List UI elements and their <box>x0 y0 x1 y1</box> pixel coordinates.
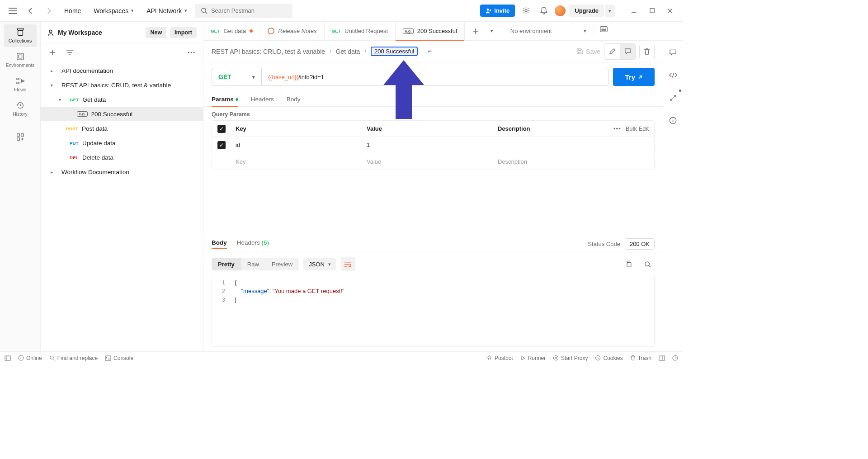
view-preview[interactable]: Preview <box>265 258 299 270</box>
import-button[interactable]: Import <box>170 27 197 38</box>
nav-collections[interactable]: Collections <box>4 24 37 47</box>
view-raw[interactable]: Raw <box>241 258 265 270</box>
param-key-input[interactable]: id <box>231 137 362 153</box>
nav-environments[interactable]: Environments <box>4 49 37 71</box>
maximize-icon[interactable] <box>645 4 659 18</box>
new-button[interactable]: New <box>146 27 166 38</box>
console-icon <box>105 355 111 361</box>
nav-configure[interactable] <box>4 129 37 145</box>
sb-postbot[interactable]: Postbot <box>486 355 513 361</box>
more-options-icon[interactable] <box>184 45 198 60</box>
nav-apinetwork[interactable]: API Network▾ <box>142 5 192 17</box>
sb-proxy[interactable]: Start Proxy <box>553 355 588 361</box>
env-quicklook-icon[interactable] <box>594 22 613 36</box>
save-button[interactable]: Save <box>576 48 600 55</box>
tab-release-notes[interactable]: Release Notes <box>260 22 324 40</box>
filter-icon[interactable] <box>62 45 77 60</box>
tree-example-200[interactable]: e.g.200 Successful <box>41 107 203 121</box>
param-value-input[interactable]: 1 <box>362 137 493 153</box>
upgrade-dropdown[interactable]: ▾ <box>605 5 615 17</box>
sb-trash[interactable]: Trash <box>630 355 651 361</box>
runner-icon <box>520 355 526 361</box>
forward-icon[interactable] <box>42 4 56 18</box>
response-tab-headers[interactable]: Headers (6) <box>237 239 269 249</box>
tree-request-update-data[interactable]: PUTUpdate data <box>41 136 203 150</box>
view-pretty[interactable]: Pretty <box>212 258 241 270</box>
notifications-icon[interactable] <box>537 4 551 18</box>
tree-request-delete-data[interactable]: DELDelete data <box>41 150 203 165</box>
subtab-body[interactable]: Body <box>287 96 301 106</box>
tab-options-icon[interactable]: ▾ <box>485 24 499 38</box>
tab-get-data[interactable]: GETGet data <box>203 22 260 40</box>
sb-runner[interactable]: Runner <box>520 355 546 361</box>
try-button[interactable]: Try <box>613 68 655 86</box>
settings-icon[interactable] <box>519 4 533 18</box>
sb-layout-icon[interactable] <box>5 355 11 361</box>
svg-rect-3 <box>650 9 654 13</box>
select-all-checkbox[interactable]: ✓ <box>217 125 226 133</box>
sb-online[interactable]: Online <box>18 355 42 361</box>
collection-icon <box>268 28 274 34</box>
tree-request-get-data[interactable]: ▾GETGet data <box>41 92 203 107</box>
grid-plus-icon <box>16 133 24 141</box>
nav-flows[interactable]: Flows <box>4 73 37 96</box>
sb-cookies[interactable]: Cookies <box>595 355 623 361</box>
create-icon[interactable] <box>45 45 60 60</box>
comment-mode-icon[interactable] <box>620 44 635 59</box>
edit-icon[interactable] <box>604 44 620 59</box>
response-body[interactable]: 1{ 2 "message": "You made a GET request!… <box>212 276 655 347</box>
format-selector[interactable]: JSON▾ <box>303 258 336 270</box>
row-options-icon[interactable]: ••• <box>613 125 621 132</box>
sb-console[interactable]: Console <box>105 355 133 361</box>
param-desc-input[interactable] <box>493 137 609 153</box>
invite-button[interactable]: Invite <box>480 5 515 17</box>
breadcrumb-root[interactable]: REST API basics: CRUD, test & variable <box>212 48 325 55</box>
copy-icon[interactable] <box>621 257 636 271</box>
search-response-icon[interactable] <box>640 257 655 271</box>
param-desc-input[interactable]: Description <box>493 153 609 170</box>
tree-folder-workflow-doc[interactable]: ▸Workflow Documentation <box>41 165 203 179</box>
close-window-icon[interactable] <box>663 4 677 18</box>
response-tab-body[interactable]: Body <box>212 239 227 249</box>
code-icon[interactable] <box>666 68 680 82</box>
back-icon[interactable] <box>24 4 38 18</box>
wrap-lines-icon[interactable] <box>341 257 355 271</box>
breadcrumb-leaf-editable[interactable]: 200 Successful <box>371 47 418 56</box>
sb-two-pane-icon[interactable] <box>659 355 665 361</box>
url-input[interactable]: {{base_url}}/info?id=1 <box>262 68 608 85</box>
sb-help-icon[interactable] <box>672 355 678 361</box>
menu-icon[interactable] <box>5 4 20 18</box>
param-value-input[interactable]: Value <box>362 153 493 170</box>
tree-folder-api-documentation[interactable]: ▸API documentation <box>41 63 203 78</box>
tree-request-post-data[interactable]: POSTPost data <box>41 121 203 136</box>
search-input[interactable]: Search Postman <box>195 4 292 18</box>
avatar[interactable] <box>555 5 566 16</box>
tab-untitled[interactable]: GETUntitled Request <box>325 22 396 40</box>
method-selector[interactable]: GET▾ <box>212 68 262 85</box>
link-icon[interactable] <box>422 44 437 59</box>
environment-selector[interactable]: No environment▾ <box>503 22 594 40</box>
delete-icon[interactable] <box>639 44 655 59</box>
tab-200-successful[interactable]: e.g.200 Successful <box>396 22 465 40</box>
upgrade-button[interactable]: Upgrade <box>569 5 604 17</box>
tree-folder-rest-basics[interactable]: ▾REST API basics: CRUD, test & variable <box>41 78 203 92</box>
nav-history[interactable]: History <box>4 98 37 120</box>
expand-icon[interactable] <box>666 90 680 105</box>
svg-rect-18 <box>627 262 631 267</box>
breadcrumb-mid[interactable]: Get data <box>336 48 360 55</box>
sb-find[interactable]: Find and replace <box>49 355 98 361</box>
minimize-icon[interactable] <box>627 4 641 18</box>
param-key-input[interactable]: Key <box>231 153 362 170</box>
comments-icon[interactable] <box>666 45 680 60</box>
subtab-headers[interactable]: Headers <box>251 96 274 106</box>
body-view-segmented: Pretty Raw Preview <box>212 258 299 270</box>
info-icon[interactable] <box>666 113 680 128</box>
nav-workspaces[interactable]: Workspaces▾ <box>89 5 138 17</box>
subtab-params[interactable]: Params <box>212 96 238 106</box>
nav-home[interactable]: Home <box>60 5 85 17</box>
status-code-value[interactable]: 200 OK <box>625 238 655 250</box>
bulk-edit-link[interactable]: Bulk Edit <box>626 125 649 132</box>
svg-point-27 <box>553 355 558 360</box>
row-checkbox[interactable]: ✓ <box>217 141 226 149</box>
new-tab-icon[interactable] <box>468 24 483 38</box>
